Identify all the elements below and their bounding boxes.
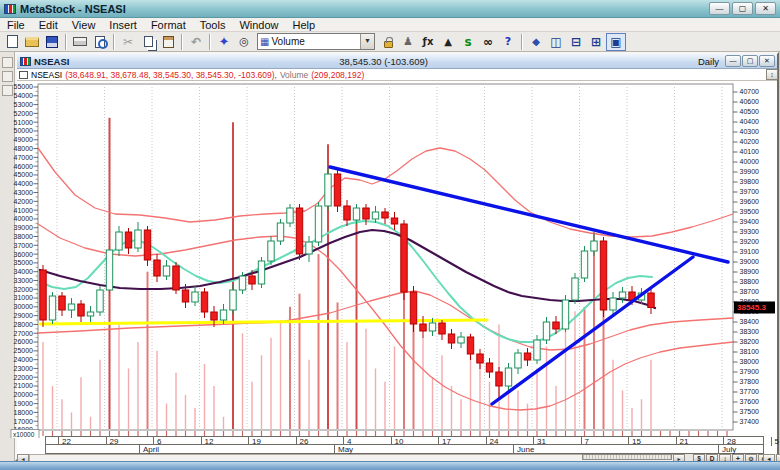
tile-rows-button[interactable]: ⊟ (566, 33, 586, 51)
print-preview-icon (95, 36, 105, 48)
tile-grid-icon: ⊞ (591, 35, 601, 49)
print-preview-button[interactable] (90, 33, 110, 51)
dock-stub-icon[interactable] (2, 57, 13, 68)
candlestick (230, 290, 236, 310)
candlestick (553, 322, 559, 329)
menu-item-tools[interactable]: Tools (193, 19, 233, 31)
left-axis-label: 46000 (14, 163, 34, 170)
candlestick (486, 363, 492, 372)
chart-window-title-bar[interactable]: NSEASI 38,545.30 (-103.609) Daily — ▢ ✕ (17, 54, 777, 69)
candlestick (315, 206, 321, 242)
candlestick (125, 232, 131, 248)
cut-button[interactable]: ✂ (118, 33, 138, 51)
quotecenter-button[interactable] (378, 33, 398, 51)
candlestick (106, 250, 112, 290)
menu-item-file[interactable]: File (0, 19, 32, 31)
month-label-july: July (718, 445, 778, 454)
maximize-button[interactable]: ▢ (732, 2, 753, 15)
menu-item-insert[interactable]: Insert (102, 19, 144, 31)
copy-button[interactable] (138, 33, 158, 51)
price-chart-plot[interactable]: 5500054000530005200051000500004900048000… (8, 80, 778, 438)
right-axis-label: 37700 (740, 388, 760, 395)
left-axis-label: 49000 (14, 136, 34, 143)
menu-item-view[interactable]: View (65, 19, 103, 31)
close-button[interactable]: ✕ (755, 2, 776, 15)
explorer-button[interactable]: ▲ (438, 33, 458, 51)
right-axis-label: 40400 (740, 118, 760, 125)
combo-dropdown-arrow-icon[interactable]: ▼ (360, 34, 374, 49)
chart-style-button[interactable]: ◆ (526, 33, 546, 51)
left-axis-label: 28000 (14, 321, 34, 328)
candlestick (220, 310, 226, 320)
left-axis-label: 24000 (14, 356, 34, 363)
plot-border (38, 84, 733, 430)
paste-button[interactable] (158, 33, 178, 51)
menu-item-format[interactable]: Format (144, 19, 193, 31)
chart-close-button[interactable]: ✕ (759, 55, 775, 67)
left-axis-label: 32000 (14, 286, 34, 293)
system-tester-button[interactable]: s (458, 33, 478, 51)
menu-item-help[interactable]: Help (286, 19, 323, 31)
smart-chart-button[interactable]: ✦ (214, 33, 234, 51)
candlestick (239, 276, 245, 290)
app-title-bar: MetaStock - NSEASI — ▢ ✕ (0, 0, 780, 18)
expert-advisor-button[interactable]: ♟ (398, 33, 418, 51)
candlestick (448, 334, 454, 343)
indicator-combo-icon: ▦ (260, 36, 269, 47)
undo-button[interactable]: ↶ (186, 33, 206, 51)
candlestick (524, 353, 530, 360)
right-axis-label: 40000 (740, 158, 760, 165)
minimize-button[interactable]: — (709, 2, 730, 15)
date-axis-band: 2229612192641017243171521285 (45, 436, 764, 445)
right-axis-label: 39000 (740, 258, 760, 265)
menu-item-edit[interactable]: Edit (32, 19, 65, 31)
legend-checkbox-icon[interactable] (19, 71, 28, 79)
candlestick (87, 312, 93, 316)
open-button[interactable] (22, 33, 42, 51)
indicator-builder-icon: ƒx (423, 36, 434, 47)
axis-multiplier-label: x10000 (13, 431, 35, 438)
left-axis-label: 48000 (14, 145, 34, 152)
right-axis-label: 38300 (740, 328, 760, 335)
left-axis-label: 17000 (14, 418, 34, 425)
binoculars-icon: ∞ (483, 35, 493, 49)
last-price-marker-text: 38545.3 (737, 303, 766, 312)
app-title: MetaStock - NSEASI (20, 3, 709, 15)
indicator-builder-button[interactable]: ƒx (418, 33, 438, 51)
chart-minimize-button[interactable]: — (725, 55, 741, 67)
left-axis-label: 54000 (14, 92, 34, 99)
horizontal-scrollbar-thumb[interactable] (582, 454, 672, 460)
right-axis-label: 40600 (740, 98, 760, 105)
left-axis-label: 35000 (14, 259, 34, 266)
legend-volume-label: Volume (280, 70, 308, 80)
left-axis-label: 29000 (14, 312, 34, 319)
print-button[interactable] (70, 33, 90, 51)
month-axis-band: AprilMayJuneJuly (45, 445, 764, 454)
save-button[interactable] (42, 33, 62, 51)
candlestick (163, 266, 169, 276)
candlestick (78, 304, 84, 316)
tile-grid-button[interactable]: ⊞ (586, 33, 606, 51)
candlestick (325, 174, 331, 206)
scale-updown-button[interactable]: ↕ (766, 69, 778, 80)
cascade-button[interactable]: ▣ (606, 33, 626, 51)
candlestick (619, 292, 625, 298)
right-axis-label: 39200 (740, 238, 760, 245)
new-chart-button[interactable] (2, 33, 22, 51)
printer-icon (73, 37, 87, 46)
menu-item-window[interactable]: Window (232, 19, 285, 31)
system-tester-icon: s (464, 35, 471, 49)
legend-symbol: NSEASI (31, 70, 62, 80)
find-button[interactable]: ∞ (478, 33, 498, 51)
indicator-combobox[interactable]: ▦Volume▼ (257, 33, 375, 50)
right-axis-label: 38700 (740, 288, 760, 295)
cut-icon: ✂ (123, 35, 133, 49)
compass-icon: ✦ (219, 34, 230, 49)
tile-columns-button[interactable]: ◫ (546, 33, 566, 51)
chart-restore-button[interactable]: ▢ (742, 55, 758, 67)
candlestick (401, 224, 407, 292)
candlestick (268, 241, 274, 261)
right-axis-label: 40500 (740, 108, 760, 115)
context-help-button[interactable]: ? (498, 33, 518, 51)
inspect-button[interactable]: ◎ (234, 33, 254, 51)
